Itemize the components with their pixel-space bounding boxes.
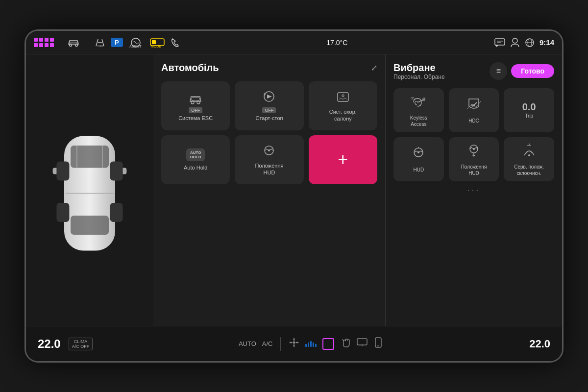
esc-tile[interactable]: OFF Система ESC — [161, 81, 230, 130]
startstop-tile[interactable]: A OFF Старт-стоп — [235, 81, 303, 130]
car-image-svg — [26, 54, 153, 326]
alarm-tile[interactable]: Сист. охор.салону — [309, 81, 377, 130]
svg-point-36 — [473, 104, 475, 106]
network-icon[interactable] — [525, 38, 535, 48]
divider — [60, 36, 60, 49]
temperature-display: 17.0°C — [326, 39, 347, 47]
main-content: Автомобіль ⤢ OFF Систем — [26, 54, 562, 326]
bottom-bar: 22.0 CLIMAA/C OFF AUTO A/C — [26, 326, 562, 361]
hud2-tile[interactable]: HUD — [393, 137, 444, 181]
svg-rect-17 — [71, 146, 109, 168]
panel-title: Автомобіль — [161, 62, 219, 74]
svg-rect-24 — [110, 203, 123, 222]
svg-rect-7 — [152, 40, 156, 44]
svg-rect-23 — [56, 203, 69, 222]
trip-tile[interactable]: 0.0 Trip — [504, 88, 554, 132]
car-status-icon[interactable] — [66, 38, 81, 48]
svg-line-46 — [343, 339, 343, 341]
svg-point-34 — [268, 149, 270, 151]
bottom-right: 22.0 — [529, 338, 550, 350]
esc-label: Система ESC — [178, 115, 213, 122]
temp-indicator — [305, 341, 317, 347]
svg-rect-28 — [192, 98, 199, 100]
pagination-dots: ··· — [393, 185, 554, 196]
favorites-done-button[interactable]: Готово — [511, 64, 554, 78]
startstop-label: Старт-стоп — [255, 115, 283, 122]
add-tile[interactable]: + — [309, 135, 377, 184]
wiper-tile[interactable]: Серв. полож.склоочисн. — [504, 137, 554, 181]
auto-label: AUTO — [239, 340, 256, 347]
status-right-icons: 9:14 — [494, 37, 554, 48]
autohold-tile-inner: AUTO HOLD Auto Hold — [184, 148, 207, 171]
favorites-grid: KeylessAccess HDC — [393, 88, 554, 181]
infotainment-screen: OFF P ASSIST MODE 17.0 — [24, 29, 564, 363]
svg-point-12 — [513, 38, 517, 43]
add-icon: + — [338, 151, 348, 169]
svg-point-43 — [528, 154, 530, 156]
auto-panel: Автомобіль ⤢ OFF Систем — [153, 54, 386, 326]
favorites-menu-button[interactable]: ≡ — [490, 62, 507, 80]
hud-tile-inner: ПоложенняHUD — [255, 144, 284, 176]
favorites-subtitle: Персонал. Обране — [393, 74, 445, 80]
favorites-panel: Вибране Персонал. Обране ≡ Готово — [386, 54, 562, 326]
alarm-tile-inner: Сист. охор.салону — [329, 90, 357, 122]
svg-rect-47 — [357, 339, 367, 345]
esc-off-badge: OFF — [189, 107, 202, 113]
svg-point-38 — [417, 151, 419, 153]
wiper-icon — [520, 143, 538, 161]
app-grid-icon[interactable] — [34, 38, 54, 47]
startstop-tile-inner: A OFF Старт-стоп — [255, 90, 283, 122]
mode-icon[interactable]: MODE — [148, 37, 166, 48]
hand-icon[interactable] — [340, 337, 351, 350]
hud-pos-tile[interactable]: ПоложенняHUD — [449, 137, 499, 181]
autohold-tile[interactable]: AUTO HOLD Auto Hold — [161, 135, 230, 184]
screen-icon[interactable] — [357, 338, 368, 349]
hud-pos-label: ПоложенняHUD — [461, 164, 487, 176]
hud-pos-icon — [465, 143, 483, 161]
favorites-title: Вибране — [393, 62, 445, 74]
hdc-label: HDC — [468, 118, 479, 124]
esc-tile-inner: OFF Система ESC — [178, 90, 213, 122]
keyless-label: KeylessAccess — [410, 115, 427, 127]
svg-rect-31 — [338, 93, 348, 101]
hud-tile[interactable]: ПоложенняHUD — [235, 135, 303, 184]
svg-rect-18 — [71, 216, 109, 235]
fan-icon[interactable] — [289, 337, 299, 350]
bottom-divider — [280, 337, 281, 351]
clock: 9:14 — [539, 38, 554, 47]
startstop-off-badge: OFF — [262, 107, 276, 113]
alarm-label: Сист. охор.салону — [329, 108, 357, 122]
hud-label: ПоложенняHUD — [255, 162, 284, 176]
hud2-icon — [410, 146, 427, 164]
keyless-tile[interactable]: KeylessAccess — [393, 88, 444, 132]
profile-icon[interactable] — [510, 37, 520, 48]
svg-rect-35 — [423, 98, 425, 100]
message-icon[interactable] — [494, 38, 505, 47]
left-temp: 22.0 — [38, 337, 61, 351]
svg-text:A: A — [264, 92, 266, 96]
wiper-label: Серв. полож.склоочисн. — [514, 164, 544, 176]
autohold-label: Auto Hold — [184, 164, 207, 171]
expand-icon[interactable]: ⤢ — [371, 63, 377, 73]
lane-assist-icon[interactable]: OFF — [93, 37, 107, 48]
favorites-title-block: Вибране Персонал. Обране — [393, 62, 445, 80]
phone-icon[interactable] — [170, 37, 180, 48]
assist-icon[interactable]: ASSIST — [127, 37, 145, 48]
panel-header: Автомобіль ⤢ — [161, 62, 377, 74]
phone2-icon[interactable] — [373, 337, 383, 350]
park-badge[interactable]: P — [111, 38, 123, 47]
trip-label: Trip — [525, 113, 533, 119]
status-bar: OFF P ASSIST MODE 17.0 — [26, 31, 562, 54]
svg-rect-22 — [110, 162, 123, 181]
keyless-icon — [410, 94, 427, 112]
hdc-tile[interactable]: HDC — [449, 88, 499, 132]
hud2-label: HUD — [413, 167, 424, 173]
svg-text:OFF: OFF — [98, 45, 103, 48]
divider2 — [87, 36, 87, 49]
clima-label: CLIMAA/C OFF — [69, 338, 93, 350]
hdc-icon — [465, 97, 483, 115]
car-visualization — [26, 54, 153, 326]
bottom-controls: AUTO A/C — [100, 337, 521, 351]
home-square[interactable] — [322, 338, 334, 350]
svg-point-45 — [293, 342, 295, 344]
